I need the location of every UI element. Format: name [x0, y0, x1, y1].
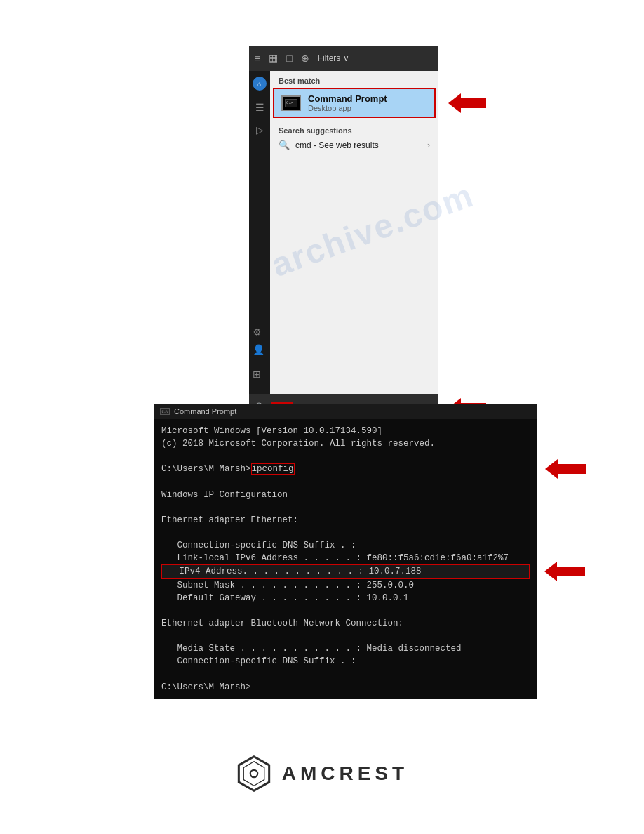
cmd-titlebar: C:\ Command Prompt — [154, 404, 537, 419]
cmd-line-blank1 — [161, 450, 530, 463]
sidebar-home-icon[interactable]: ⌂ — [253, 77, 267, 91]
command-prompt-result[interactable]: Command Prompt Desktop app — [273, 88, 436, 118]
ipconfig-command: ipconfig — [251, 463, 295, 475]
grid-icon[interactable]: ▦ — [269, 53, 278, 64]
globe-icon[interactable]: ⊕ — [301, 53, 309, 64]
cmd-line-blank5 — [161, 604, 530, 617]
search-topbar: ≡ ▦ □ ⊕ Filters ∨ — [249, 46, 438, 71]
user-icon[interactable]: 👤 — [253, 344, 264, 355]
cmd-line-gateway: Default Gateway . . . . . . . . . : 10.0… — [161, 592, 530, 604]
cmd-line-blank2 — [161, 476, 530, 489]
start-menu-sidebar: ⌂ ☰ ▷ ⚙ 👤 ⊞ — [249, 71, 270, 394]
document-icon[interactable]: □ — [286, 53, 292, 64]
cmd-line-blank7 — [161, 668, 530, 680]
arrow-head-ipv4-icon — [544, 562, 557, 581]
hamburger-icon[interactable]: ≡ — [255, 53, 260, 64]
cmd-icon-inner — [285, 99, 297, 107]
suggestion-text: cmd - See web results — [295, 140, 379, 150]
filters-button[interactable]: Filters ∨ — [318, 53, 349, 63]
cmd-line-ethernet-header: Ethernet adapter Ethernet: — [161, 514, 530, 527]
search-suggestion-icon: 🔍 — [279, 140, 290, 150]
search-results-area: Best match Command Prompt Desktop app — [270, 71, 438, 394]
cmd-text-block: Command Prompt Desktop app — [308, 93, 427, 112]
cmd-line-ipv4: IPv4 Address. . . . . . . . . . . : 10.0… — [161, 564, 530, 578]
cmd-line-subnet: Subnet Mask . . . . . . . . . . . : 255.… — [161, 579, 530, 592]
amcrest-logo-icon — [236, 755, 272, 792]
amcrest-logo: AMCREST — [236, 755, 408, 792]
cmd-window-icon: C:\ — [160, 408, 170, 415]
cmd-line-version: Microsoft Windows [Version 10.0.17134.59… — [161, 425, 530, 437]
cmd-line-windows-ip: Windows IP Configuration — [161, 489, 530, 501]
search-suggestions-label: Search suggestions — [270, 121, 438, 136]
arrow-head-ipconfig-icon — [545, 459, 558, 479]
cmd-line-copyright: (c) 2018 Microsoft Corporation. All righ… — [161, 437, 530, 450]
arrow-head-icon — [448, 93, 461, 113]
cmd-app-icon — [281, 95, 301, 111]
cmd-result-subtitle: Desktop app — [308, 104, 427, 112]
amcrest-logo-section: AMCREST — [0, 755, 644, 792]
cmd-line-ipconfig: C:\Users\M Marsh>ipconfig — [161, 463, 530, 475]
cmd-window: C:\ Command Prompt Microsoft Windows [Ve… — [154, 404, 537, 699]
amcrest-brand-name: AMCREST — [282, 762, 408, 785]
cmd-line-blank4 — [161, 527, 530, 539]
arrow-body — [461, 98, 486, 108]
windows-search-panel: ≡ ▦ □ ⊕ Filters ∨ ⌂ ☰ ▷ ⚙ 👤 ⊞ Best match… — [249, 46, 438, 422]
arrow-to-ipv4 — [544, 562, 585, 581]
cmd-window-title: Command Prompt — [174, 407, 236, 416]
cmd-line-media-state: Media State . . . . . . . . . . . : Medi… — [161, 642, 530, 655]
settings-icon[interactable]: ⚙ — [253, 326, 262, 338]
cmd-line-prompt-end: C:\Users\M Marsh> — [161, 681, 530, 694]
arrow-to-cmd — [448, 93, 486, 113]
sidebar-icon-2[interactable]: ▷ — [256, 124, 264, 135]
svg-point-2 — [250, 770, 257, 777]
cmd-result-name: Command Prompt — [308, 93, 427, 104]
arrow-body-ipv4 — [557, 567, 585, 576]
svg-marker-1 — [243, 762, 264, 786]
best-match-label: Best match — [270, 71, 438, 88]
sidebar-icon-1[interactable]: ☰ — [255, 102, 264, 113]
suggestion-row[interactable]: 🔍 cmd - See web results › — [270, 136, 438, 154]
arrow-to-ipconfig — [545, 459, 586, 479]
cmd-body: Microsoft Windows [Version 10.0.17134.59… — [154, 419, 537, 699]
cmd-line-ipv6: Link-local IPv6 Address . . . . . : fe80… — [161, 552, 530, 564]
cmd-line-bluetooth-header: Ethernet adapter Bluetooth Network Conne… — [161, 617, 530, 630]
cmd-line-dns-suffix2: Connection-specific DNS Suffix . : — [161, 655, 530, 668]
suggestion-chevron-icon: › — [427, 140, 430, 150]
windows-logo-icon[interactable]: ⊞ — [253, 369, 261, 380]
cmd-line-blank6 — [161, 630, 530, 642]
cmd-line-blank3 — [161, 501, 530, 514]
cmd-line-dns-suffix: Connection-specific DNS Suffix . : — [161, 539, 530, 552]
arrow-body-ipconfig — [558, 464, 586, 474]
